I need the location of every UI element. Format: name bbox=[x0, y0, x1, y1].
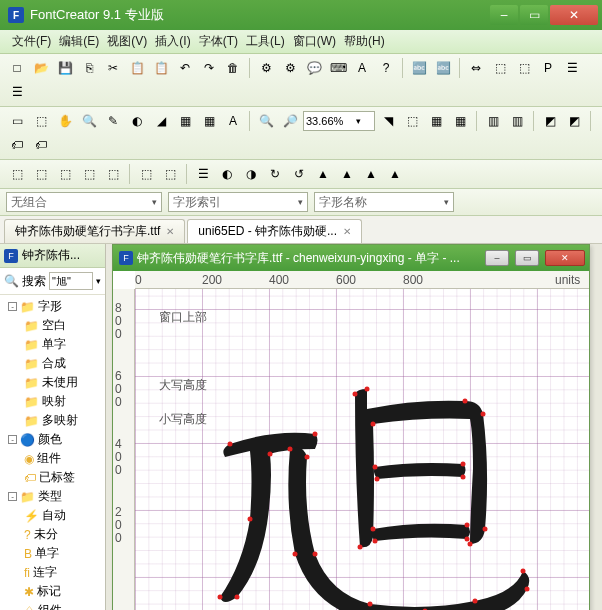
toolbar-button[interactable]: ✎ bbox=[102, 110, 124, 132]
toolbar-button[interactable]: ⬚ bbox=[30, 163, 52, 185]
toolbar-button[interactable]: ⬚ bbox=[30, 110, 52, 132]
toolbar-button[interactable]: 🔤 bbox=[408, 57, 430, 79]
document-tab[interactable]: uni65ED - 钟齐陈伟勋硬...✕ bbox=[187, 219, 362, 243]
toolbar-button[interactable]: ⬚ bbox=[401, 110, 423, 132]
tree-item[interactable]: fi连字 bbox=[0, 563, 105, 582]
toolbar-button[interactable]: ▲ bbox=[336, 163, 358, 185]
menu-item[interactable]: 文件(F) bbox=[12, 33, 51, 50]
toolbar-button[interactable]: □ bbox=[6, 57, 28, 79]
tree-item[interactable]: ?未分 bbox=[0, 525, 105, 544]
toolbar-button[interactable]: 🗑 bbox=[222, 57, 244, 79]
toolbar-button[interactable]: ⌨ bbox=[327, 57, 349, 79]
tree-item[interactable]: B单字 bbox=[0, 544, 105, 563]
toolbar-button[interactable]: 📋 bbox=[126, 57, 148, 79]
toolbar-button[interactable]: ◩ bbox=[539, 110, 561, 132]
toolbar-button[interactable]: 🔍 bbox=[255, 110, 277, 132]
zoom-combo[interactable]: ▾ bbox=[303, 111, 375, 131]
toolbar-button[interactable]: ▦ bbox=[174, 110, 196, 132]
toolbar-button[interactable]: ▦ bbox=[449, 110, 471, 132]
inner-maximize-button[interactable]: ▭ bbox=[515, 250, 539, 266]
toolbar-button[interactable]: ▥ bbox=[482, 110, 504, 132]
zoom-input[interactable] bbox=[306, 115, 356, 127]
toolbar-button[interactable]: ✋ bbox=[54, 110, 76, 132]
maximize-button[interactable]: ▭ bbox=[520, 5, 548, 25]
tab-close-icon[interactable]: ✕ bbox=[166, 226, 174, 237]
close-button[interactable]: ✕ bbox=[550, 5, 598, 25]
toolbar-button[interactable]: ⬚ bbox=[489, 57, 511, 79]
combo-composition[interactable]: 无组合▾ bbox=[6, 192, 162, 212]
tree-expander[interactable]: - bbox=[8, 435, 17, 444]
toolbar-button[interactable]: ↺ bbox=[288, 163, 310, 185]
toolbar-button[interactable]: ⇔ bbox=[465, 57, 487, 79]
document-tab[interactable]: 钟齐陈伟勋硬笔行书字库.ttf✕ bbox=[4, 219, 185, 243]
tree-item[interactable]: ⚡自动 bbox=[0, 506, 105, 525]
tree-item[interactable]: 🏷已标签 bbox=[0, 468, 105, 487]
toolbar-button[interactable]: 📂 bbox=[30, 57, 52, 79]
menu-item[interactable]: 编辑(E) bbox=[59, 33, 99, 50]
toolbar-button[interactable]: ▲ bbox=[312, 163, 334, 185]
toolbar-button[interactable]: ▥ bbox=[506, 110, 528, 132]
toolbar-button[interactable]: 💬 bbox=[303, 57, 325, 79]
toolbar-button[interactable]: 🏷 bbox=[6, 134, 28, 156]
toolbar-button[interactable]: ⬚ bbox=[513, 57, 535, 79]
toolbar-button[interactable]: A bbox=[222, 110, 244, 132]
toolbar-button[interactable]: 🏷 bbox=[30, 134, 52, 156]
toolbar-button[interactable]: ◐ bbox=[216, 163, 238, 185]
tree-item[interactable]: -📁字形 bbox=[0, 297, 105, 316]
combo-glyph-name[interactable]: 字形名称▾ bbox=[314, 192, 454, 212]
combo-glyph-index[interactable]: 字形索引▾ bbox=[168, 192, 308, 212]
toolbar-button[interactable]: 📋 bbox=[150, 57, 172, 79]
tree-item[interactable]: 📁合成 bbox=[0, 354, 105, 373]
toolbar-button[interactable]: ↷ bbox=[198, 57, 220, 79]
toolbar-button[interactable]: ◩ bbox=[563, 110, 585, 132]
tree-item[interactable]: -📁类型 bbox=[0, 487, 105, 506]
toolbar-button[interactable]: ◥ bbox=[377, 110, 399, 132]
tab-close-icon[interactable]: ✕ bbox=[343, 226, 351, 237]
toolbar-button[interactable]: 🔍 bbox=[78, 110, 100, 132]
toolbar-button[interactable]: A bbox=[351, 57, 373, 79]
menu-item[interactable]: 窗口(W) bbox=[293, 33, 336, 50]
tree-item[interactable]: 📁多映射 bbox=[0, 411, 105, 430]
tree-expander[interactable]: - bbox=[8, 302, 17, 311]
minimize-button[interactable]: – bbox=[490, 5, 518, 25]
glyph-canvas[interactable]: 0200400600800units 800600400200 窗口上部大写高度… bbox=[113, 271, 589, 610]
tree-expander[interactable]: - bbox=[8, 492, 17, 501]
toolbar-button[interactable]: P bbox=[537, 57, 559, 79]
toolbar-button[interactable]: ⚙ bbox=[279, 57, 301, 79]
toolbar-button[interactable]: 💾 bbox=[54, 57, 76, 79]
toolbar-button[interactable]: ? bbox=[375, 57, 397, 79]
tree-item[interactable]: -🔵颜色 bbox=[0, 430, 105, 449]
tree-item[interactable]: 📁未使用 bbox=[0, 373, 105, 392]
menu-item[interactable]: 插入(I) bbox=[155, 33, 190, 50]
tree-item[interactable]: 📁单字 bbox=[0, 335, 105, 354]
canvas-grid[interactable]: 窗口上部大写高度小写高度基线 bbox=[135, 289, 589, 610]
toolbar-button[interactable]: 🔤 bbox=[432, 57, 454, 79]
toolbar-button[interactable]: ⬚ bbox=[6, 163, 28, 185]
toolbar-button[interactable]: ◐ bbox=[126, 110, 148, 132]
toolbar-button[interactable]: 🔎 bbox=[279, 110, 301, 132]
toolbar-button[interactable]: ◢ bbox=[150, 110, 172, 132]
toolbar-button[interactable]: ⬚ bbox=[54, 163, 76, 185]
toolbar-button[interactable]: ▦ bbox=[198, 110, 220, 132]
toolbar-button[interactable]: ▲ bbox=[360, 163, 382, 185]
toolbar-button[interactable]: ↶ bbox=[174, 57, 196, 79]
toolbar-button[interactable]: ⬚ bbox=[102, 163, 124, 185]
toolbar-button[interactable]: ⬚ bbox=[135, 163, 157, 185]
glyph-outline[interactable] bbox=[195, 349, 535, 610]
menu-item[interactable]: 字体(T) bbox=[199, 33, 238, 50]
tree-item[interactable]: ♢组件 bbox=[0, 601, 105, 610]
toolbar-button[interactable]: ✂ bbox=[102, 57, 124, 79]
toolbar-button[interactable]: ◑ bbox=[240, 163, 262, 185]
search-menu-icon[interactable]: ▾ bbox=[96, 276, 101, 286]
toolbar-button[interactable]: ↻ bbox=[264, 163, 286, 185]
toolbar-button[interactable]: ▦ bbox=[425, 110, 447, 132]
toolbar-button[interactable]: ⬚ bbox=[78, 163, 100, 185]
toolbar-button[interactable]: ⬚ bbox=[159, 163, 181, 185]
tree-item[interactable]: 📁映射 bbox=[0, 392, 105, 411]
menu-item[interactable]: 视图(V) bbox=[107, 33, 147, 50]
toolbar-button[interactable]: ⎘ bbox=[78, 57, 100, 79]
toolbar-button[interactable]: ☰ bbox=[561, 57, 583, 79]
tree-item[interactable]: ✱标记 bbox=[0, 582, 105, 601]
menu-item[interactable]: 帮助(H) bbox=[344, 33, 385, 50]
toolbar-button[interactable]: ▭ bbox=[6, 110, 28, 132]
